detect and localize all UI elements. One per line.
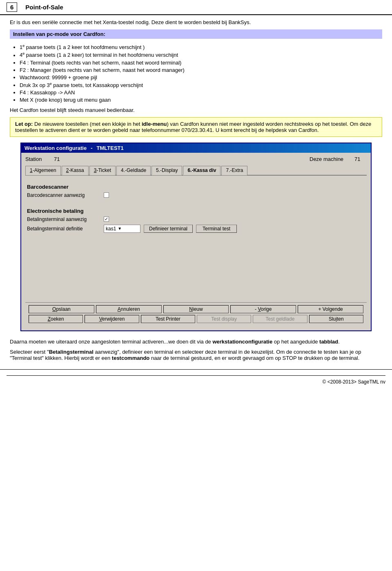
tab-display[interactable]: 5.-Display — [151, 166, 182, 175]
betalingsterminal-definitie-label: Betalingsterminal definitie — [27, 226, 100, 232]
dialog-title-right: TMLTEST1 — [97, 145, 124, 151]
sluiten-button[interactable]: Sluiten — [309, 315, 363, 323]
betalingsterminal-aanwezig-label: Betalingsterminal aanwezig — [27, 216, 100, 222]
station-row: Station 71 Deze machine 71 — [25, 156, 367, 162]
cardfon-note: Het Cardfon toestel blijft steeds manuee… — [10, 107, 382, 113]
chevron-down-icon: ▼ — [118, 226, 122, 231]
opslaan-button[interactable]: Opslaan — [29, 305, 94, 313]
tab-kassa[interactable]: 2-Kassa — [62, 166, 89, 175]
page-header: 6 Point-of-Sale — [0, 0, 392, 15]
deze-machine-label: Deze machine — [310, 156, 350, 162]
barcodescanner-checkbox[interactable] — [104, 192, 109, 198]
station-value: 71 — [54, 156, 66, 162]
list-item: 1e paarse toets (1 a 2 keer tot hoofdmen… — [20, 44, 382, 50]
tab-ticket[interactable]: 3-Ticket — [89, 166, 116, 175]
dialog-wrapper: Werkstation configuratie - TMLTEST1 Stat… — [0, 143, 392, 331]
list-item: F4 : Terminal (toets rechts van het sche… — [20, 60, 382, 66]
list-item: Druk 3x op 3e paarse toets, tot Kassakop… — [20, 82, 382, 88]
dialog-title-sep: - — [91, 145, 92, 151]
section-heading: Instellen van pc-mode voor Cardfon: — [10, 29, 382, 39]
dialog-body: Station 71 Deze machine 71 1-Algemeen 2-… — [21, 153, 371, 330]
bold-testcommando: testcommando — [112, 355, 149, 361]
page-footer: © <2008-2013> SageTML nv — [0, 369, 392, 387]
tab-kassa-div[interactable]: 6.-Kassa div — [183, 166, 220, 175]
button-row-2: Zoeken Verwijderen Test Printer Test dis… — [29, 315, 363, 323]
button-row-1: Opslaan Annuleren Nieuw - Vorige + Volge… — [29, 305, 363, 313]
annuleren-button[interactable]: Annuleren — [96, 305, 162, 313]
list-item: F4 : Kassakopp -> AAN — [20, 89, 382, 96]
note-text: De nieuwere toestellen (met een klokje i… — [15, 121, 371, 133]
note-label: Let op: — [15, 121, 33, 127]
copyright-text: © <2008-2013> SageTML nv — [323, 379, 386, 385]
note-box: Let op: De nieuwere toestellen (met een … — [10, 117, 382, 137]
terminal-test-button[interactable]: Terminal test — [196, 225, 237, 233]
tab-bar: 1-Algemeen 2-Kassa 3-Ticket 4.-Geldlade … — [25, 165, 367, 176]
station-label: Station — [25, 156, 50, 162]
volgende-button[interactable]: + Volgende — [298, 305, 363, 313]
page-number: 6 — [7, 2, 17, 12]
test-printer-button[interactable]: Test Printer — [141, 315, 195, 323]
bold-betalingsterminal: Betalingsterminal — [49, 349, 94, 355]
list-item: Met X (rode knop) terug uit menu gaan — [20, 97, 382, 103]
betalingsterminal-dropdown[interactable]: kas1 ▼ — [104, 225, 140, 233]
betalingsterminal-aanwezig-checkbox[interactable]: ✓ — [104, 216, 109, 222]
barcodescanner-row: Barcodescanner aanwezig — [27, 192, 365, 198]
footer-para-2: Selecteer eerst "Betalingsterminal aanwe… — [10, 349, 382, 361]
dialog-title-left: Werkstation configuratie — [24, 145, 87, 151]
deze-machine-value: 71 — [354, 156, 367, 162]
dialog-buttons: Opslaan Annuleren Nieuw - Vorige + Volge… — [25, 302, 367, 327]
bold-tabblad: tabblad — [319, 339, 338, 345]
definieer-terminal-button[interactable]: Definieer terminal — [144, 225, 193, 233]
dialog-titlebar: Werkstation configuratie - TMLTEST1 — [21, 143, 371, 153]
electronische-betaling-title: Electronische betaling — [27, 208, 365, 214]
barcodescanner-section-title: Barcodescanner — [27, 184, 365, 190]
footer-content: Daarna moeten we uiteraard onze aangeslo… — [0, 339, 392, 361]
instruction-list: 1e paarse toets (1 a 2 keer tot hoofdmen… — [20, 44, 382, 103]
test-display-button[interactable]: Test display — [197, 315, 251, 323]
test-geldlade-button[interactable]: Test geldlade — [253, 315, 307, 323]
vorige-button[interactable]: - Vorige — [230, 305, 296, 313]
list-item: F2 : Manager (toets rechts van het scher… — [20, 67, 382, 73]
nieuw-button[interactable]: Nieuw — [163, 305, 229, 313]
zoeken-button[interactable]: Zoeken — [29, 315, 83, 323]
betalingsterminal-aanwezig-row: Betalingsterminal aanwezig ✓ — [27, 216, 365, 222]
verwijderen-button[interactable]: Verwijderen — [85, 315, 139, 323]
werkstation-dialog: Werkstation configuratie - TMLTEST1 Stat… — [20, 143, 372, 331]
betalingsterminal-definitie-row: Betalingsterminal definitie kas1 ▼ Defin… — [27, 225, 365, 233]
intro-text: Er is dus een seriële connectie met het … — [10, 19, 382, 25]
tab-extra[interactable]: 7.-Extra — [221, 166, 247, 175]
page-title: Point-of-Sale — [25, 4, 63, 11]
dropdown-value: kas1 — [106, 226, 116, 232]
tab-geldlade[interactable]: 4.-Geldlade — [116, 166, 151, 175]
idle-menu-text: idle-menu — [142, 121, 167, 127]
tab-algemeen[interactable]: 1-Algemeen — [25, 166, 61, 175]
barcodescanner-label: Barcodescanner aanwezig — [27, 192, 100, 198]
list-item: Wachtwoord: 99999 + groene pijl — [20, 74, 382, 80]
footer-para-1: Daarna moeten we uiteraard onze aangeslo… — [10, 339, 382, 345]
list-item: 4e paarse toets (1 a 2 keer) tot termina… — [20, 51, 382, 58]
bold-werkstationconfiguratie: werkstationconfiguratie — [212, 339, 272, 345]
dialog-content-area: Barcodescanner Barcodescanner aanwezig E… — [25, 180, 367, 302]
